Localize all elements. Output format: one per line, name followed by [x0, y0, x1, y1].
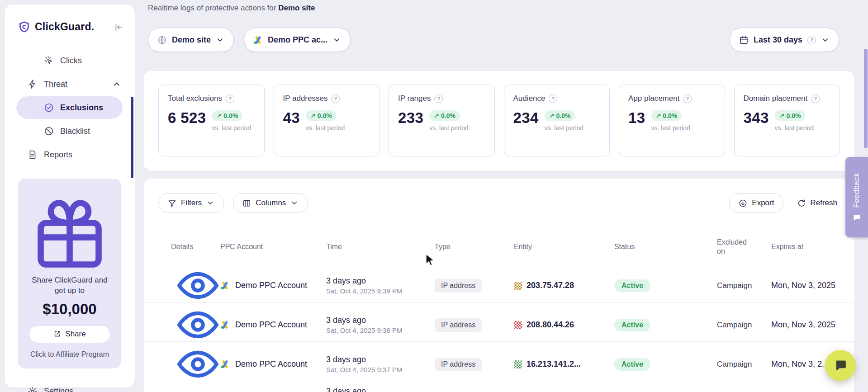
sidebar-item-clicks[interactable]: Clicks: [16, 49, 123, 72]
time-absolute: Sat, Oct 4, 2025 9:38 PM: [326, 326, 435, 334]
help-icon[interactable]: ?: [549, 94, 557, 103]
trend-up-icon: ↗: [549, 112, 555, 119]
feedback-tab-label: Feedback: [852, 173, 861, 208]
trend-badge: ↗0.0%: [545, 110, 575, 121]
entity-identicon: [514, 321, 522, 329]
trend-badge: ↗0.0%: [775, 110, 806, 121]
sidebar-item-exclusions[interactable]: Exclusions: [16, 96, 123, 119]
date-range-selector[interactable]: Last 30 days ?: [730, 28, 839, 52]
trend-up-icon: ↗: [779, 112, 785, 119]
affiliate-program-link[interactable]: Click to Affiliate Program: [26, 350, 113, 359]
google-ads-icon: [220, 359, 230, 369]
globe-icon: [157, 35, 167, 45]
feedback-tab[interactable]: Feedback: [845, 157, 868, 237]
stat-caption: vs. last period: [775, 124, 814, 132]
ppc-account-name: Demo PPC Account: [235, 281, 307, 290]
columns-button[interactable]: Columns: [233, 193, 308, 213]
stat-value: 6 523: [168, 110, 206, 125]
toolbar-right: Export Refresh: [729, 193, 840, 213]
stat-label: App placement: [628, 94, 679, 103]
gear-icon: [28, 387, 38, 392]
column-header-type: Type: [435, 243, 514, 251]
filters-button[interactable]: Filters: [158, 193, 224, 213]
clicks-icon: [44, 56, 54, 66]
trend-value: 0.0%: [441, 112, 455, 119]
google-ads-icon: [220, 281, 230, 290]
refresh-button-label: Refresh: [810, 198, 837, 208]
table-row[interactable]: Demo PPC Account 3 days ago Sat, Oct 4, …: [144, 302, 854, 342]
promo-headline: Share ClickGuard and get up to: [28, 275, 112, 296]
stat-card-domain-placement: Domain placement? 343 ↗0.0% vs. last per…: [734, 85, 840, 156]
trend-badge: ↗0.0%: [651, 110, 682, 121]
sidebar: ClickGuard. Clicks Threat: [5, 5, 135, 387]
view-details-eye-icon[interactable]: [175, 302, 220, 347]
chevron-up-icon: [112, 80, 121, 89]
affiliate-promo-card: Share ClickGuard and get up to $10,000 S…: [18, 179, 121, 368]
excluded-on-value: Campaign: [717, 360, 771, 369]
stats-panel: Total exclusions? 6 523 ↗0.0% vs. last p…: [144, 71, 854, 171]
stat-value: 233: [398, 110, 423, 125]
stat-card-ip-ranges: IP ranges? 233 ↗0.0% vs. last period: [389, 85, 495, 156]
chevron-down-icon: [216, 36, 224, 44]
chat-launcher-button[interactable]: [825, 350, 856, 381]
collapse-sidebar-icon[interactable]: [113, 22, 123, 32]
sidebar-item-threat[interactable]: Threat: [5, 73, 135, 95]
feedback-chat-icon: [853, 213, 861, 222]
excluded-on-value: Campaign: [717, 321, 771, 330]
trend-value: 0.0%: [787, 112, 801, 119]
sidebar-item-label: Settings: [44, 387, 73, 392]
help-icon[interactable]: ?: [226, 94, 234, 103]
date-range-label: Last 30 days: [754, 35, 802, 45]
column-header-excluded-on: Excluded on: [717, 238, 753, 256]
ppc-account-name: Demo PPC Account: [235, 320, 307, 330]
trend-up-icon: ↗: [434, 112, 439, 119]
gift-icon: [26, 189, 113, 275]
window-scrollbar-thumb[interactable]: [864, 49, 868, 148]
help-icon[interactable]: ?: [683, 94, 692, 103]
view-details-eye-icon[interactable]: [175, 342, 220, 387]
sidebar-item-settings[interactable]: Settings: [5, 380, 135, 392]
stat-caption: vs. last period: [306, 124, 345, 132]
export-button-label: Export: [752, 198, 774, 208]
chevron-down-icon: [206, 199, 214, 207]
entity-value: 208.80.44.26: [526, 320, 574, 330]
column-header-details: Details: [171, 243, 220, 251]
logo-row: ClickGuard.: [5, 5, 135, 33]
help-icon[interactable]: ?: [331, 94, 340, 103]
table-row[interactable]: Demo PPC Account 3 days ago Sat, Oct 4, …: [144, 342, 854, 381]
exclusions-table-panel: Filters Columns Export: [144, 179, 854, 392]
site-selector[interactable]: Demo site: [148, 28, 234, 52]
page-subtitle: Realtime logs of protective actions for …: [148, 4, 315, 13]
time-absolute: Sat, Oct 4, 2025 9:37 PM: [326, 366, 435, 373]
sidebar-scrollbar-thumb[interactable]: [131, 97, 133, 178]
refresh-button[interactable]: Refresh: [794, 193, 840, 213]
table-row[interactable]: Demo PPC Account 3 days ago Sat, Oct 4, …: [144, 263, 854, 302]
table-row-partial[interactable]: 3 days ago: [144, 381, 854, 392]
threat-icon: [28, 79, 38, 89]
chevron-down-icon: [290, 199, 299, 207]
share-button[interactable]: Share: [29, 325, 110, 343]
stat-card-total-exclusions: Total exclusions? 6 523 ↗0.0% vs. last p…: [158, 85, 265, 156]
trend-value: 0.0%: [223, 112, 238, 119]
help-icon[interactable]: ?: [434, 94, 443, 103]
ppc-account-selector[interactable]: Demo PPC ac...: [244, 28, 351, 52]
time-relative: 3 days ago: [326, 355, 435, 364]
trend-badge: ↗0.0%: [429, 110, 460, 121]
help-icon[interactable]: ?: [811, 94, 820, 103]
stat-label: Domain placement: [744, 94, 808, 103]
export-button[interactable]: Export: [729, 193, 783, 213]
stat-caption: vs. last period: [429, 124, 468, 132]
sidebar-item-blacklist[interactable]: Blacklist: [16, 120, 123, 142]
stat-value: 43: [283, 110, 300, 125]
type-badge: IP address: [435, 358, 482, 371]
sidebar-item-reports[interactable]: Reports: [5, 143, 135, 166]
trend-up-icon: ↗: [310, 112, 316, 119]
blocked-icon: [44, 126, 54, 136]
stat-value: 343: [744, 110, 769, 125]
help-icon: ?: [807, 36, 816, 44]
trend-value: 0.0%: [663, 112, 677, 119]
entity-value: 16.213.141.2...: [526, 359, 581, 369]
view-details-eye-icon[interactable]: [175, 263, 220, 308]
trend-up-icon: ↗: [217, 112, 222, 119]
entity-value: 203.75.47.28: [526, 281, 574, 290]
